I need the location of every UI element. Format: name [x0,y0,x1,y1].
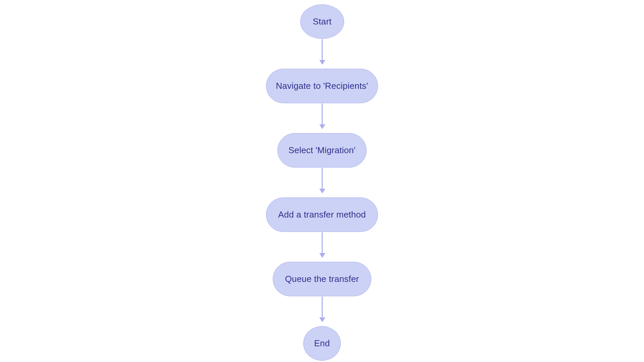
node-label: Add a transfer method [278,209,366,220]
flowchart-arrow [322,39,323,64]
flowchart-node-select-migration: Select 'Migration' [277,133,367,168]
node-label: Select 'Migration' [288,145,356,156]
flowchart-node-navigate-recipients: Navigate to 'Recipients' [266,69,378,103]
flowchart-node-end: End [303,326,341,361]
flowchart-arrow [322,168,323,193]
node-label: End [314,338,330,349]
flowchart-node-start: Start [300,4,344,39]
node-label: Navigate to 'Recipients' [276,81,368,91]
flowchart-node-add-transfer-method: Add a transfer method [266,197,378,232]
flowchart-arrow [322,297,323,321]
flowchart-arrow [322,232,323,257]
flowchart-node-queue-transfer: Queue the transfer [273,262,371,296]
flowchart-canvas: Start Navigate to 'Recipients' Select 'M… [0,0,644,362]
node-label: Start [313,16,332,27]
node-label: Queue the transfer [285,274,359,284]
flowchart-arrow [322,104,323,128]
